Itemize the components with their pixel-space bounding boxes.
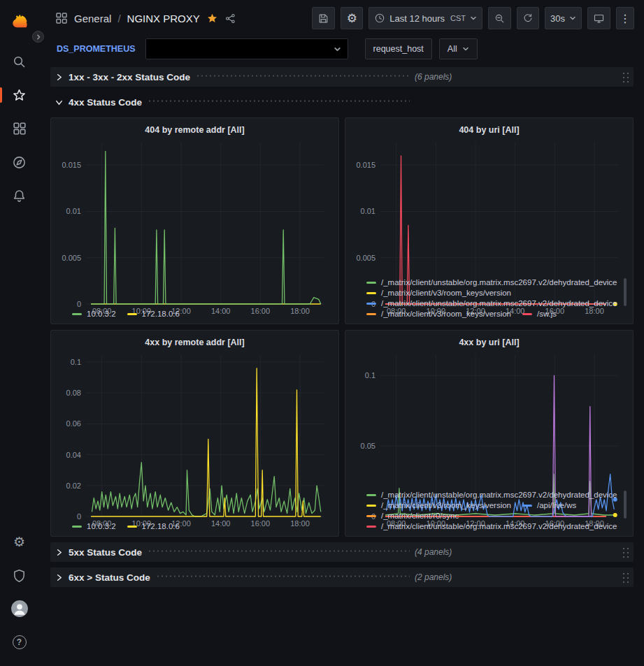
row-panel-count: (6 panels) [415,72,452,82]
shield-icon [12,568,27,583]
dashboard-header: General / NGINX PROXY ⚙ [38,0,644,36]
chevron-down-icon [462,45,469,52]
panel-title[interactable]: 404 by uri [All] [351,122,627,138]
apps-grid-icon[interactable] [55,12,68,24]
dashboard-settings-button[interactable]: ⚙ [341,7,363,29]
legend-label: /_matrix/client/v3/room_keys/version [381,501,511,509]
legend-scrollbar[interactable] [624,491,627,519]
save-icon [317,13,329,24]
sidebar-item-help[interactable]: ? [0,625,38,659]
sidebar-item-starred[interactable] [0,78,38,112]
bell-icon [12,189,27,203]
sidebar-item-dashboards[interactable] [0,112,38,145]
panel-404-by-remote-addr: 404 by remote addr [All] 08:0010:0012:00… [50,117,339,324]
svg-text:0.005: 0.005 [62,254,81,262]
chart-canvas[interactable]: 08:0010:0012:0014:0016:0018:0000.0050.01… [351,138,627,276]
tv-mode-button[interactable] [587,7,610,29]
row-header-5xx[interactable]: 5xx Status Code (4 panels) [50,542,634,562]
svg-text:0.06: 0.06 [66,419,81,428]
row-title: 6xx > Status Code [69,572,150,583]
star-icon [12,88,27,103]
legend-item[interactable]: /_matrix/client/v3/room_keys/version [366,501,511,509]
panel-grid: 404 by remote addr [All] 08:0010:0012:00… [50,117,634,537]
legend-item[interactable]: /_matrix/client/unstable/org.matrix.msc2… [366,299,617,307]
time-range-picker[interactable]: Last 12 hours CST [368,7,482,29]
svg-text:0.015: 0.015 [62,161,81,169]
legend-label: /sw.js [537,310,557,318]
legend-item[interactable]: /_matrix/client/v3/room_keys/version [366,289,511,297]
legend-item[interactable]: 10.0.3.2 [72,310,116,318]
sidebar-item-alerting[interactable] [0,179,38,212]
request-host-select[interactable]: All [439,38,478,59]
gear-icon: ⚙ [13,535,25,549]
sidebar-expand-button[interactable] [32,31,44,43]
panel-title[interactable]: 4xx by uri [All] [351,335,627,350]
legend-item[interactable]: 172.18.0.6 [127,310,180,318]
legend-item[interactable]: /_matrix/client/unstable/org.matrix.msc2… [366,522,617,530]
legend-item[interactable]: /sw.js [522,310,557,318]
legend-label: /_matrix/client/unstable/org.matrix.msc2… [381,278,617,287]
row-header-1xx-3xx-2xx[interactable]: 1xx - 3xx - 2xx Status Code (6 panels) [50,67,634,87]
share-icon[interactable] [224,13,236,24]
chart-canvas[interactable]: 08:0010:0012:0014:0016:0018:0000.020.040… [57,350,333,520]
help-glyph: ? [17,637,22,647]
legend-label: 172.18.0.6 [142,522,180,530]
legend-swatch [366,494,376,496]
legend-item[interactable]: /api/live/ws [522,501,576,509]
legend-swatch [366,282,376,284]
legend-label: /_matrix/client/r0/sync [381,512,459,520]
legend-item[interactable]: /_matrix/client/v3/room_keys/version [366,310,511,318]
grafana-logo[interactable] [0,8,38,36]
svg-text:0.02: 0.02 [66,482,81,490]
panel-title[interactable]: 404 by remote addr [All] [57,122,333,138]
row-drag-handle[interactable] [622,572,629,584]
sidebar-item-explore[interactable] [0,145,38,179]
row-drag-handle[interactable] [622,546,629,558]
row-title: 4xx Status Code [69,97,142,108]
datasource-variable-label[interactable]: DS_PROMETHEUS [57,44,136,54]
zoom-out-button[interactable] [488,7,511,29]
legend-swatch [127,313,137,315]
chart-canvas[interactable]: 08:0010:0012:0014:0016:0018:0000.0050.01… [57,138,333,307]
legend-label: /_matrix/client/v3/room_keys/version [381,289,511,297]
refresh-button[interactable] [517,7,539,29]
legend-item[interactable]: /_matrix/client/unstable/org.matrix.msc2… [366,278,617,287]
svg-text:0.01: 0.01 [66,207,81,215]
legend-label: 172.18.0.6 [142,310,180,318]
page-title[interactable]: NGINX PROXY [127,13,200,24]
row-drag-handle[interactable] [622,71,629,83]
legend-item[interactable]: 172.18.0.6 [127,522,180,530]
legend-scrollbar[interactable] [624,278,627,306]
legend-item[interactable]: /_matrix/client/r0/sync [366,512,459,520]
legend-label: /_matrix/client/v3/room_keys/version [381,310,511,318]
sidebar-item-profile[interactable] [0,592,38,625]
chart-legend: /_matrix/client/unstable/org.matrix.msc2… [351,276,627,318]
refresh-interval-picker[interactable]: 30s [545,7,582,29]
dotted-leader [148,100,410,102]
refresh-icon [522,13,534,24]
row-header-4xx[interactable]: 4xx Status Code [50,92,634,112]
sidebar-item-settings[interactable]: ⚙ [0,525,38,558]
legend-swatch [72,526,82,528]
svg-text:0.005: 0.005 [356,254,375,262]
breadcrumb-section[interactable]: General [74,13,111,24]
save-dashboard-button[interactable] [312,7,335,29]
legend-swatch [366,313,376,315]
row-panel-count: (2 panels) [415,572,452,582]
row-header-6xx[interactable]: 6xx > Status Code (2 panels) [50,567,634,587]
dashboard-menu-button[interactable]: ⋮ [616,7,634,29]
sidebar-item-admin[interactable] [0,558,38,592]
chart-canvas[interactable]: 08:0010:0012:0014:0016:0018:0000.050.1 [351,350,627,488]
sidebar-item-search[interactable] [0,45,38,78]
legend-label: 10.0.3.2 [87,310,116,318]
panel-title[interactable]: 4xx by remote addr [All] [57,335,333,350]
favorite-star-icon[interactable] [206,13,218,24]
datasource-select[interactable] [145,38,348,59]
kebab-icon: ⋮ [620,12,631,25]
legend-item[interactable]: 10.0.3.2 [72,522,116,530]
legend-label: /_matrix/client/unstable/org.matrix.msc2… [381,491,617,499]
legend-swatch [366,303,376,305]
dotted-leader [148,550,410,552]
legend-item[interactable]: /_matrix/client/unstable/org.matrix.msc2… [366,491,617,499]
svg-text:0.05: 0.05 [361,442,375,450]
